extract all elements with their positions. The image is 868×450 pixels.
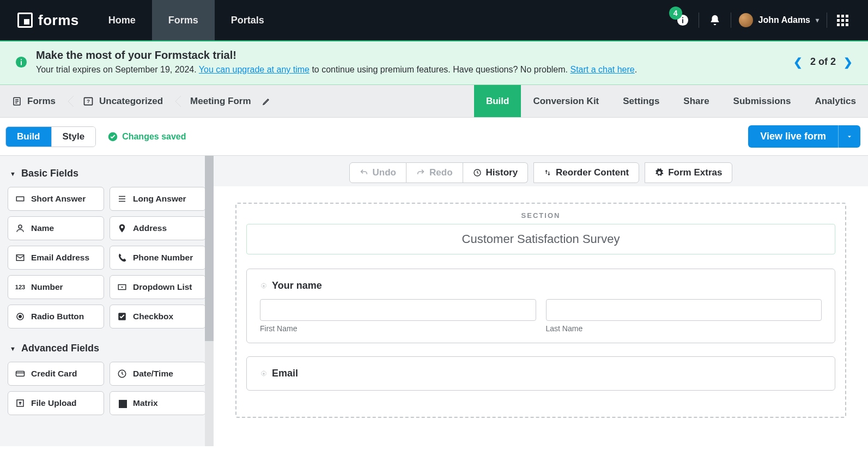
caret-down-icon: ▼ <box>10 171 16 177</box>
nav-portals[interactable]: Portals <box>215 0 281 40</box>
banner-title: Make the most of your Formstack trial! <box>36 49 793 62</box>
crumb-forms[interactable]: Forms <box>0 96 71 107</box>
svg-rect-2 <box>682 17 683 19</box>
last-name-sublabel: Last Name <box>546 324 822 333</box>
subtab-build[interactable]: Build <box>474 85 521 117</box>
trial-banner: Make the most of your Formstack trial! Y… <box>0 41 868 85</box>
form-section[interactable]: SECTION Customer Satisfaction Survey You… <box>235 203 846 418</box>
history-icon <box>473 168 482 177</box>
banner-page-count: 2 of 2 <box>810 56 836 68</box>
svg-point-21 <box>19 315 22 318</box>
subtab-conversion-kit[interactable]: Conversion Kit <box>521 85 611 117</box>
banner-next[interactable]: ❯ <box>843 56 853 69</box>
banner-subtitle: Your trial expires on September 19, 2024… <box>36 65 793 75</box>
field-phone[interactable]: Phone Number <box>110 246 206 270</box>
advanced-fields-header[interactable]: ▼ Advanced Fields <box>7 338 207 362</box>
field-datetime[interactable]: Date/Time <box>110 362 206 386</box>
phone-icon <box>117 253 128 263</box>
last-name-input[interactable] <box>546 299 822 321</box>
nav-forms[interactable]: Forms <box>152 0 215 40</box>
banner-pager: ❮ 2 of 2 ❯ <box>793 56 853 69</box>
subtab-share[interactable]: Share <box>671 85 721 117</box>
info-circle-icon <box>15 56 27 68</box>
field-radio[interactable]: Radio Button <box>8 305 104 329</box>
field-checkbox[interactable]: Checkbox <box>110 305 206 329</box>
canvas-area: Undo Redo History Reorder Content Form E… <box>214 156 868 446</box>
pencil-icon[interactable] <box>262 97 271 106</box>
person-icon <box>15 223 26 233</box>
reorder-icon <box>544 168 551 177</box>
folder-question-icon: ? <box>83 96 94 107</box>
subtab-analytics[interactable]: Analytics <box>803 85 868 117</box>
svg-point-17 <box>19 225 22 228</box>
name-field-label: Your name <box>260 280 822 291</box>
field-dropdown[interactable]: Dropdown List <box>110 275 206 299</box>
dropdown-icon <box>117 282 128 292</box>
apps-button[interactable] <box>830 0 855 40</box>
clock-icon <box>117 369 128 379</box>
number-icon: 123 <box>15 284 26 290</box>
nav-home[interactable]: Home <box>92 0 152 40</box>
gear-icon <box>260 370 268 378</box>
info-button[interactable]: 4 <box>670 0 695 40</box>
field-file-upload[interactable]: File Upload <box>8 391 104 415</box>
upload-icon <box>15 398 26 408</box>
caret-down-icon <box>846 133 853 140</box>
save-status: Changes saved <box>108 132 186 142</box>
user-menu[interactable]: John Adams ▾ <box>735 13 823 27</box>
fields-sidebar: ▼ Basic Fields Short Answer Long Answer … <box>0 156 214 446</box>
checkbox-icon <box>117 312 128 321</box>
view-live-group: View live form <box>748 125 860 148</box>
field-short-answer[interactable]: Short Answer <box>8 187 104 211</box>
subtab-settings[interactable]: Settings <box>611 85 671 117</box>
sub-tabs: Build Conversion Kit Settings Share Subm… <box>474 85 868 117</box>
field-email[interactable]: Email Address <box>8 246 104 270</box>
bell-icon <box>709 14 721 26</box>
field-name[interactable]: Name <box>8 216 104 240</box>
email-field-card[interactable]: Email <box>246 356 835 391</box>
credit-card-icon <box>15 369 26 379</box>
redo-button[interactable]: Redo <box>406 162 463 183</box>
view-live-button[interactable]: View live form <box>748 125 838 148</box>
reorder-button[interactable]: Reorder Content <box>533 162 639 183</box>
basic-fields-header[interactable]: ▼ Basic Fields <box>7 163 207 187</box>
svg-rect-23 <box>16 372 25 376</box>
check-circle-icon <box>108 132 118 142</box>
toolbar: Build Style Changes saved View live form <box>0 118 868 155</box>
upgrade-link[interactable]: You can upgrade at any time <box>199 65 309 74</box>
form-extras-button[interactable]: Form Extras <box>645 162 732 183</box>
brand[interactable]: forms <box>0 0 92 40</box>
subtab-submissions[interactable]: Submissions <box>721 85 803 117</box>
banner-prev[interactable]: ❮ <box>793 56 803 69</box>
view-live-dropdown[interactable] <box>838 125 860 148</box>
field-number[interactable]: 123Number <box>8 275 104 299</box>
undo-icon <box>360 168 368 177</box>
field-matrix[interactable]: Matrix <box>110 391 206 415</box>
history-button[interactable]: History <box>463 162 529 183</box>
undo-button[interactable]: Undo <box>349 162 406 183</box>
chevron-down-icon: ▾ <box>816 16 819 24</box>
notification-badge: 4 <box>669 7 682 20</box>
notifications-button[interactable] <box>702 0 727 40</box>
first-name-input[interactable] <box>260 299 536 321</box>
mode-build[interactable]: Build <box>6 127 51 147</box>
svg-rect-13 <box>16 197 24 201</box>
mode-style[interactable]: Style <box>51 127 96 147</box>
name-field-card[interactable]: Your name First Name Last Name <box>246 269 835 343</box>
brand-text: forms <box>38 12 79 29</box>
sidebar-scrollbar-thumb[interactable] <box>205 156 214 341</box>
crumb-form-name[interactable]: Meeting Form <box>178 96 286 107</box>
svg-text:?: ? <box>87 99 90 104</box>
field-long-answer[interactable]: Long Answer <box>110 187 206 211</box>
svg-rect-4 <box>21 61 22 65</box>
field-address[interactable]: Address <box>110 216 206 240</box>
main-area: ▼ Basic Fields Short Answer Long Answer … <box>0 155 868 446</box>
matrix-icon <box>117 400 128 407</box>
nav-right: 4 John Adams ▾ <box>670 0 868 40</box>
chat-link[interactable]: Start a chat here <box>570 65 634 74</box>
crumb-category[interactable]: ? Uncategorized <box>71 96 178 107</box>
section-title[interactable]: Customer Satisfaction Survey <box>246 224 835 254</box>
svg-rect-5 <box>21 59 22 60</box>
sub-header: Forms ? Uncategorized Meeting Form Build… <box>0 85 868 118</box>
field-credit-card[interactable]: Credit Card <box>8 362 104 386</box>
